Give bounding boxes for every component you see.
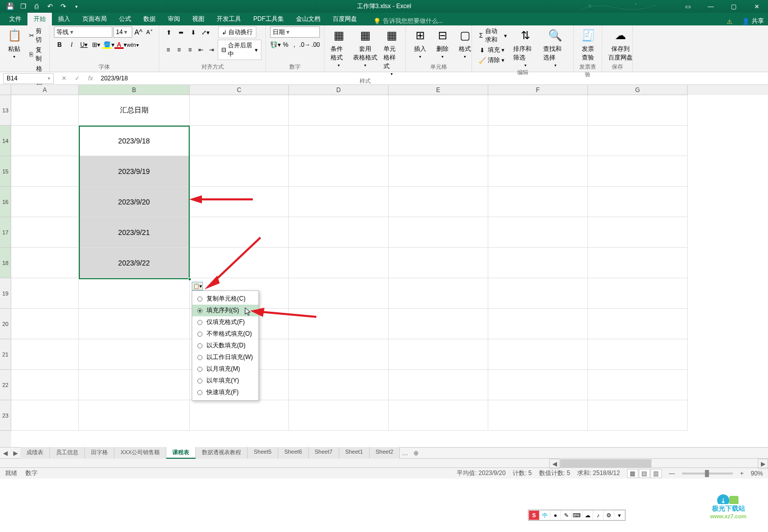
share-button[interactable]: 👤 共享 — [742, 17, 764, 25]
cell-C16[interactable] — [190, 187, 289, 217]
sheet-tab-5[interactable]: 数据透视表教程 — [196, 447, 248, 459]
grow-font-icon[interactable]: A^ — [133, 26, 143, 38]
autofill-option-4[interactable]: 以天数填充(D) — [192, 340, 258, 351]
cell-B18[interactable]: 2023/9/22 — [79, 248, 190, 278]
align-right-icon[interactable]: ≡ — [185, 44, 195, 55]
cell-A18[interactable] — [11, 248, 79, 278]
cell-C15[interactable] — [190, 156, 289, 187]
indent-decrease-icon[interactable]: ⇤ — [196, 44, 205, 55]
col-header-B[interactable]: B — [79, 85, 190, 95]
ime-button-0[interactable]: S — [529, 511, 539, 520]
cell-D22[interactable] — [289, 370, 389, 400]
scroll-right-icon[interactable]: ▶ — [758, 459, 768, 469]
number-format-select[interactable]: 日期▾ — [270, 26, 320, 38]
minimize-button[interactable]: — — [699, 0, 722, 13]
sheet-tab-3[interactable]: XXX公司销售额 — [114, 447, 166, 459]
comma-icon[interactable]: , — [290, 39, 298, 50]
zoom-slider[interactable] — [682, 472, 733, 475]
cell-D20[interactable] — [289, 309, 389, 339]
cell-D14[interactable] — [289, 126, 389, 156]
autofill-option-7[interactable]: 以年填充(Y) — [192, 375, 258, 387]
cell-A15[interactable] — [11, 156, 79, 187]
cell-E19[interactable] — [389, 278, 488, 309]
align-top-icon[interactable]: ⬆ — [163, 27, 174, 38]
cell-G13[interactable] — [588, 95, 688, 126]
sheet-tab-8[interactable]: Sheet7 — [309, 447, 339, 459]
cell-B13[interactable]: 汇总日期 — [79, 95, 190, 126]
cell-D17[interactable] — [289, 217, 389, 248]
cell-G17[interactable] — [588, 217, 688, 248]
currency-icon[interactable]: 💱▾ — [270, 39, 281, 50]
cell-G23[interactable] — [588, 400, 688, 431]
cell-E16[interactable] — [389, 187, 488, 217]
ime-button-6[interactable]: ♪ — [593, 511, 603, 520]
ribbon-options-icon[interactable]: ▭ — [676, 0, 699, 13]
italic-button[interactable]: I — [66, 39, 77, 50]
cell-D13[interactable] — [289, 95, 389, 126]
cell-G18[interactable] — [588, 248, 688, 278]
formula-accept-icon[interactable]: ✓ — [71, 73, 83, 84]
cell-F22[interactable] — [488, 370, 588, 400]
cell-E15[interactable] — [389, 156, 488, 187]
autofill-option-1[interactable]: 填充序列(S) — [192, 305, 258, 316]
autofill-option-8[interactable]: 快速填充(F) — [192, 387, 258, 398]
insert-cells-button[interactable]: ⊞插入▾ — [410, 26, 430, 60]
cell-F15[interactable] — [488, 156, 588, 187]
row-header-13[interactable]: 13 — [0, 95, 11, 126]
tab-pdf[interactable]: PDF工具集 — [247, 13, 290, 25]
tab-developer[interactable]: 开发工具 — [211, 13, 247, 25]
autofill-option-6[interactable]: 以月填充(M) — [192, 363, 258, 375]
view-pagebreak-icon[interactable]: ▥ — [651, 469, 662, 478]
sheet-tab-6[interactable]: Sheet5 — [248, 447, 278, 459]
save-baidu-button[interactable]: ☁保存到 百度网盘 — [606, 26, 635, 63]
fill-button[interactable]: ⬇填充▾ — [476, 45, 509, 55]
border-button[interactable]: ⊞▾ — [91, 39, 102, 50]
row-header-17[interactable]: 17 — [0, 217, 11, 248]
cell-E13[interactable] — [389, 95, 488, 126]
cell-B20[interactable] — [79, 309, 190, 339]
formula-input[interactable]: 2023/9/18 — [97, 73, 768, 84]
conditional-format-button[interactable]: ▦条件格式▾ — [329, 26, 349, 69]
cell-D15[interactable] — [289, 156, 389, 187]
row-header-16[interactable]: 16 — [0, 187, 11, 217]
underline-button[interactable]: U▾ — [78, 39, 90, 50]
tab-formulas[interactable]: 公式 — [113, 13, 137, 25]
cell-B17[interactable]: 2023/9/21 — [79, 217, 190, 248]
zoom-percent[interactable]: 90% — [751, 470, 763, 477]
autofill-option-3[interactable]: 不带格式填充(O) — [192, 328, 258, 340]
cell-F16[interactable] — [488, 187, 588, 217]
orientation-icon[interactable]: ⤢▾ — [200, 27, 211, 38]
phonetic-button[interactable]: wén▾ — [127, 39, 138, 50]
indent-increase-icon[interactable]: ⇥ — [206, 44, 216, 55]
sheet-nav-prev-icon[interactable]: ▶ — [10, 448, 20, 458]
cell-G14[interactable] — [588, 126, 688, 156]
cell-F21[interactable] — [488, 339, 588, 370]
cell-B19[interactable] — [79, 278, 190, 309]
view-normal-icon[interactable]: ▦ — [627, 469, 638, 478]
cell-E18[interactable] — [389, 248, 488, 278]
col-header-G[interactable]: G — [588, 85, 688, 95]
qat-undo-icon[interactable]: ↶ — [44, 1, 56, 12]
col-header-D[interactable]: D — [289, 85, 389, 95]
cell-F18[interactable] — [488, 248, 588, 278]
tab-file[interactable]: 文件 — [3, 13, 27, 25]
cell-C14[interactable] — [190, 126, 289, 156]
sheet-tab-9[interactable]: Sheet1 — [339, 447, 370, 459]
cell-F19[interactable] — [488, 278, 588, 309]
cell-A14[interactable] — [11, 126, 79, 156]
cell-F23[interactable] — [488, 400, 588, 431]
autofill-option-2[interactable]: 仅填充格式(F) — [192, 316, 258, 328]
font-size-select[interactable]: 14▾ — [113, 26, 132, 38]
cell-A21[interactable] — [11, 339, 79, 370]
cell-B16[interactable]: 2023/9/20 — [79, 187, 190, 217]
cell-D21[interactable] — [289, 339, 389, 370]
autosum-button[interactable]: Σ自动求和▾ — [476, 26, 509, 45]
cell-grid[interactable]: 2023/9/222023/9/212023/9/202023/9/192023… — [11, 95, 768, 447]
cell-F20[interactable] — [488, 309, 588, 339]
cell-F17[interactable] — [488, 217, 588, 248]
row-header-21[interactable]: 21 — [0, 339, 11, 370]
row-header-14[interactable]: 14 — [0, 126, 11, 156]
cell-C17[interactable] — [190, 217, 289, 248]
row-header-19[interactable]: 19 — [0, 278, 11, 309]
zoom-thumb[interactable] — [705, 470, 709, 477]
